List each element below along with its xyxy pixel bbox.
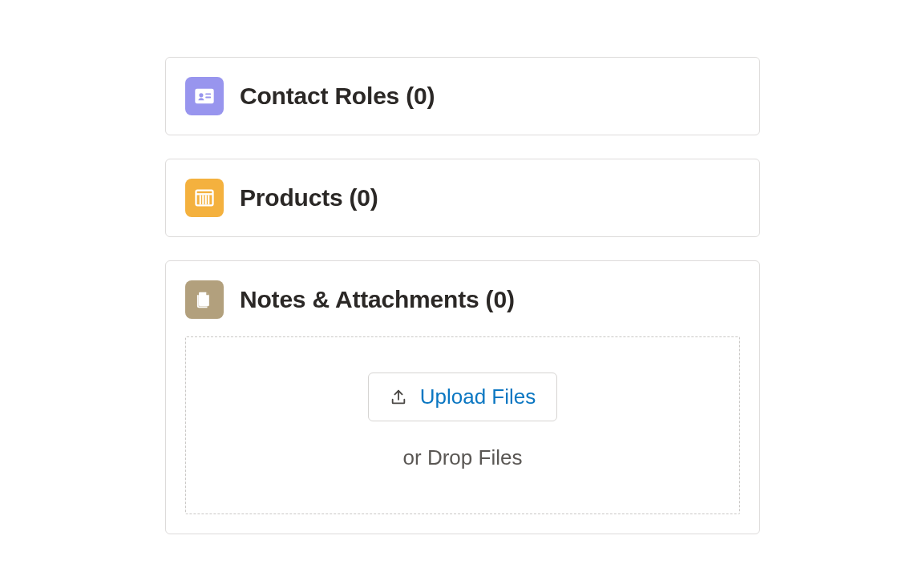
contact-roles-header[interactable]: Contact Roles (0) bbox=[185, 77, 740, 115]
notes-attachments-card: Notes & Attachments (0) Upload Files or … bbox=[165, 260, 760, 534]
drop-files-text: or Drop Files bbox=[403, 445, 523, 470]
contact-roles-icon bbox=[185, 77, 224, 115]
notes-attachments-title: Notes & Attachments (0) bbox=[240, 286, 515, 313]
file-dropzone[interactable]: Upload Files or Drop Files bbox=[185, 336, 740, 514]
notes-attachments-icon bbox=[185, 280, 224, 319]
svg-rect-0 bbox=[195, 89, 213, 104]
products-card: Products (0) bbox=[165, 159, 760, 237]
upload-files-label: Upload Files bbox=[420, 385, 536, 409]
contact-roles-card: Contact Roles (0) bbox=[165, 57, 760, 135]
notes-attachments-header[interactable]: Notes & Attachments (0) bbox=[185, 280, 740, 319]
products-icon bbox=[185, 179, 224, 217]
contact-roles-title: Contact Roles (0) bbox=[240, 83, 435, 110]
svg-rect-4 bbox=[196, 191, 213, 206]
products-title: Products (0) bbox=[240, 184, 378, 211]
upload-icon bbox=[390, 389, 407, 406]
upload-files-button[interactable]: Upload Files bbox=[368, 373, 558, 421]
svg-rect-3 bbox=[205, 97, 211, 99]
svg-point-1 bbox=[199, 93, 203, 97]
svg-rect-2 bbox=[205, 94, 211, 95]
products-header[interactable]: Products (0) bbox=[185, 179, 740, 217]
